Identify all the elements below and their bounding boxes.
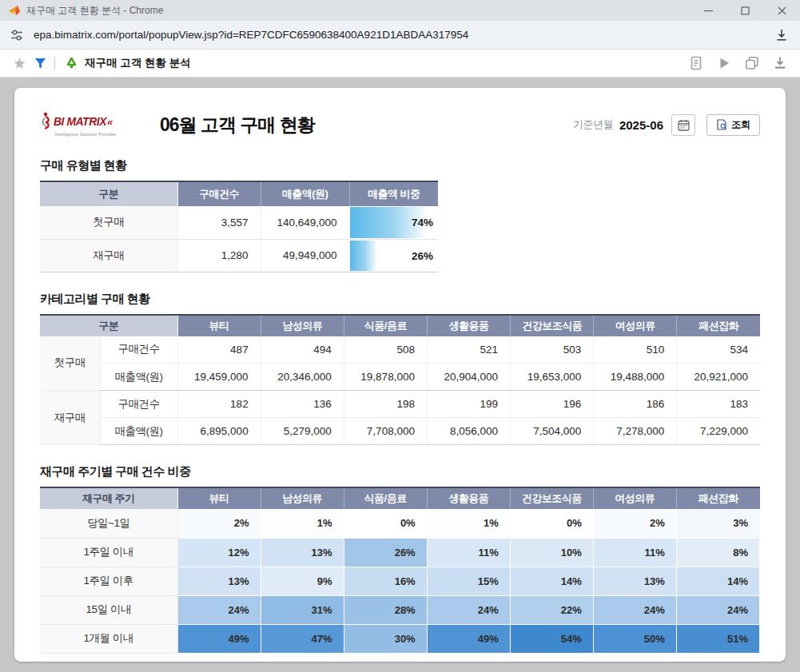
section-repurchase-cycle: 재구매 주기별 구매 건수 비중 재구매 주기뷰티남성의류식품/음료생활용품건강… bbox=[40, 464, 760, 654]
value-cell: 7,278,000 bbox=[594, 418, 677, 445]
url-text[interactable]: epa.bimatrix.com/portal/popupView.jsp?id… bbox=[34, 29, 774, 41]
section2-title: 카테고리별 구매 현황 bbox=[40, 292, 760, 307]
value-cell: 7,708,000 bbox=[344, 418, 427, 445]
heat-cell: 11% bbox=[427, 538, 510, 567]
value-cell: 20,904,000 bbox=[427, 364, 510, 391]
filter-month-value[interactable]: 2025-06 bbox=[619, 118, 663, 132]
value-cell: 503 bbox=[511, 336, 594, 364]
value-cell: 199 bbox=[427, 391, 510, 418]
heat-cell: 24% bbox=[177, 595, 261, 624]
heat-cell: 30% bbox=[344, 624, 427, 653]
close-button[interactable] bbox=[763, 0, 800, 21]
heat-cell: 14% bbox=[676, 567, 759, 595]
heat-cell: 31% bbox=[261, 595, 344, 624]
value-cell: 521 bbox=[427, 336, 510, 364]
heat-cell: 0% bbox=[344, 509, 427, 538]
report-view-icon[interactable] bbox=[689, 56, 703, 70]
value-cell: 20,921,000 bbox=[677, 364, 760, 391]
value-cell: 19,488,000 bbox=[594, 364, 677, 391]
toolbar-page-title: 재구매 고객 현황 분석 bbox=[85, 56, 689, 70]
section-purchase-type: 구매 유형별 현황 구분구매건수매출액(원)매출액 비중 첫구매3,557140… bbox=[40, 158, 760, 272]
cycle-label: 15일 이내 bbox=[40, 595, 177, 624]
metric-label: 구매건수 bbox=[100, 336, 177, 364]
heat-cell: 22% bbox=[510, 595, 593, 624]
count-cell: 3,557 bbox=[177, 206, 261, 239]
count-cell: 1,280 bbox=[177, 239, 261, 272]
report-card: BI MATRIX « Intelligence Solution Provid… bbox=[14, 88, 786, 662]
share-value: 26% bbox=[412, 249, 433, 261]
bimatrix-logo-mark-icon bbox=[40, 112, 51, 131]
calendar-icon bbox=[678, 119, 690, 131]
table-row: 1주일 이후13%9%16%15%14%13%14% bbox=[40, 567, 760, 595]
search-doc-icon bbox=[716, 119, 727, 130]
heat-cell: 49% bbox=[427, 624, 510, 653]
heat-cell: 54% bbox=[510, 624, 593, 653]
value-cell: 183 bbox=[677, 391, 760, 418]
address-bar[interactable]: epa.bimatrix.com/portal/popupView.jsp?id… bbox=[0, 21, 800, 50]
value-cell: 186 bbox=[594, 391, 677, 418]
share-value: 74% bbox=[412, 217, 433, 229]
amount-cell: 140,649,000 bbox=[261, 206, 349, 239]
column-header: 구분 bbox=[40, 181, 177, 206]
site-settings-icon[interactable] bbox=[10, 28, 24, 42]
filter-controls: 기준년월 2025-06 조회 bbox=[573, 114, 760, 136]
minimize-button[interactable] bbox=[690, 0, 726, 21]
report-title: 06월 고객 구매 현황 bbox=[160, 113, 573, 137]
heat-cell: 14% bbox=[510, 567, 593, 595]
table-row: 1주일 이내12%13%26%11%10%11%8% bbox=[40, 538, 760, 567]
value-cell: 8,056,000 bbox=[427, 418, 510, 445]
calendar-button[interactable] bbox=[671, 114, 695, 136]
column-header: 여성의류 bbox=[594, 315, 677, 336]
value-cell: 19,459,000 bbox=[177, 364, 261, 391]
heat-cell: 24% bbox=[593, 595, 676, 624]
column-header: 패션잡화 bbox=[677, 315, 760, 336]
value-cell: 198 bbox=[344, 391, 427, 418]
column-header: 뷰티 bbox=[177, 315, 261, 336]
heat-cell: 49% bbox=[177, 624, 261, 653]
row-label: 첫구매 bbox=[40, 206, 177, 239]
column-header: 남성의류 bbox=[261, 315, 344, 336]
metric-label: 구매건수 bbox=[100, 391, 177, 418]
heat-cell: 16% bbox=[344, 567, 427, 595]
toolbar-divider bbox=[54, 57, 55, 70]
table-row: 당일~1일2%1%0%1%0%2%3% bbox=[40, 509, 760, 538]
heat-cell: 0% bbox=[510, 509, 593, 538]
heat-cell: 26% bbox=[344, 538, 427, 567]
column-header: 생활용품 bbox=[427, 315, 510, 336]
heat-cell: 11% bbox=[593, 538, 676, 567]
heat-cell: 13% bbox=[261, 538, 344, 567]
column-header: 구매건수 bbox=[177, 181, 261, 206]
value-cell: 508 bbox=[344, 336, 427, 364]
maximize-button[interactable] bbox=[726, 0, 763, 21]
metric-label: 매출액(원) bbox=[100, 364, 177, 391]
column-header: 재구매 주기 bbox=[40, 487, 177, 509]
brand-tagline: Intelligence Solution Provider bbox=[54, 133, 142, 137]
section3-title: 재구매 주기별 구매 건수 비중 bbox=[40, 464, 760, 479]
page-background: BI MATRIX « Intelligence Solution Provid… bbox=[0, 78, 800, 672]
brand-chevron: « bbox=[107, 117, 113, 127]
cycle-label: 1주일 이후 bbox=[40, 567, 177, 595]
run-play-icon[interactable] bbox=[717, 56, 731, 70]
window-title: 재구매 고객 현황 분석 - Chrome bbox=[26, 4, 690, 18]
heat-cell: 50% bbox=[593, 624, 676, 653]
heat-cell: 24% bbox=[676, 595, 759, 624]
purchase-type-table: 구분구매건수매출액(원)매출액 비중 첫구매3,557140,649,00074… bbox=[40, 181, 438, 272]
heat-cell: 10% bbox=[510, 538, 593, 567]
filter-funnel-icon[interactable] bbox=[34, 58, 46, 70]
heat-cell: 9% bbox=[261, 567, 344, 595]
export-download-icon[interactable] bbox=[773, 56, 787, 70]
value-cell: 182 bbox=[177, 391, 261, 418]
heat-cell: 2% bbox=[593, 509, 676, 538]
download-icon[interactable] bbox=[774, 28, 789, 42]
bookmark-star-icon[interactable] bbox=[13, 57, 26, 70]
bimatrix-logo: BI MATRIX « Intelligence Solution Provid… bbox=[40, 112, 142, 137]
heat-cell: 1% bbox=[427, 509, 510, 538]
table-row: 첫구매3,557140,649,00074% bbox=[40, 206, 438, 239]
copy-save-icon[interactable] bbox=[745, 56, 759, 70]
metric-label: 매출액(원) bbox=[100, 418, 177, 445]
search-button[interactable]: 조회 bbox=[706, 114, 760, 136]
column-header: 여성의류 bbox=[593, 487, 676, 509]
table-row: 재구매구매건수182136198199196186183 bbox=[40, 391, 760, 418]
column-header: 건강보조식품 bbox=[510, 487, 593, 509]
heat-cell: 15% bbox=[427, 567, 510, 595]
